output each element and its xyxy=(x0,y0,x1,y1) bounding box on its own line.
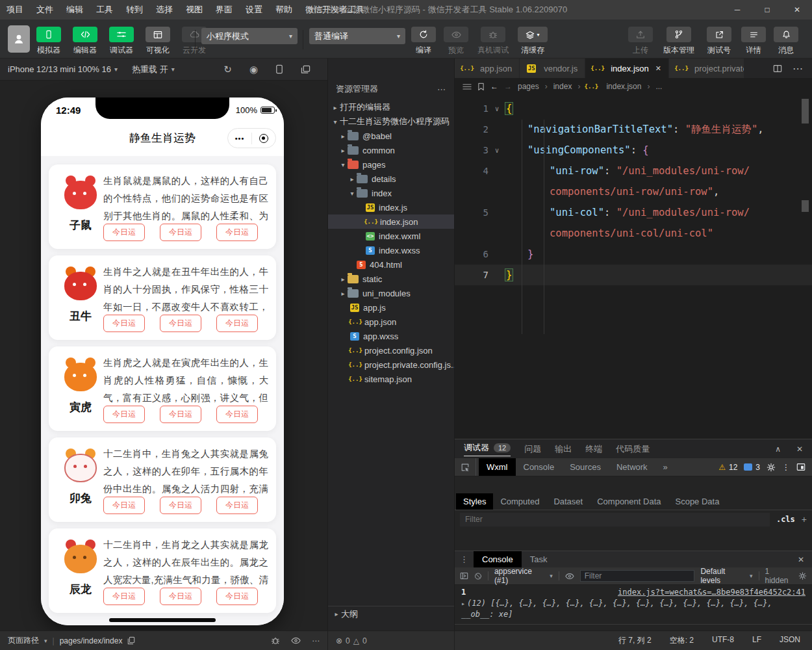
console-log-entry[interactable]: 1 index.js?t=wechat&s=…8be9e83f4e6452c2:… xyxy=(455,585,812,625)
multi-window-icon[interactable] xyxy=(301,65,311,74)
devtools-tab-overflow[interactable]: » xyxy=(655,458,676,476)
live-expression-eye-icon[interactable] xyxy=(565,573,574,580)
today-fortune-button[interactable]: 今日运 xyxy=(216,406,258,423)
devtools-tab-console[interactable]: Console xyxy=(516,458,563,476)
outline-list-icon[interactable] xyxy=(463,83,472,90)
tab-overflow-icon[interactable]: ⋯ xyxy=(793,62,803,75)
tab-code-quality[interactable]: 代码质量 xyxy=(616,443,650,455)
compile-mode-select[interactable]: 普通编译 ▾ xyxy=(309,28,405,44)
open-editors-section[interactable]: ▸ 打开的编辑器 xyxy=(328,100,454,114)
mode-select[interactable]: 小程序模式 ▾ xyxy=(201,28,298,44)
zodiac-card-ox[interactable]: 丑牛 生肖牛之人就是在丑牛年出生的人，牛肖的人十分固执，作风保守，性格三十年如一… xyxy=(49,255,276,340)
log-levels-selector[interactable]: Default levels xyxy=(700,567,744,585)
tab-styles[interactable]: Styles xyxy=(456,493,493,510)
visual-toggle[interactable]: 可视化 xyxy=(142,27,174,56)
cls-toggle[interactable]: .cls xyxy=(776,515,795,524)
file-project-config[interactable]: {..} project.config.json xyxy=(328,343,454,358)
breadcrumb-file[interactable]: index.json xyxy=(606,82,641,91)
file-index-wxss[interactable]: S index.wxss xyxy=(328,243,454,257)
today-fortune-button[interactable]: 今日运 xyxy=(160,588,201,605)
nav-back-icon[interactable]: ← xyxy=(490,82,498,91)
tab-terminal[interactable]: 终端 xyxy=(585,443,602,455)
dock-icon[interactable] xyxy=(796,463,806,471)
user-avatar[interactable] xyxy=(8,25,30,53)
context-selector[interactable]: appservice (#1) xyxy=(494,567,544,585)
fold-icon[interactable]: ∨ xyxy=(488,146,505,155)
outline-section[interactable]: ▸ 大纲 xyxy=(328,606,454,621)
rotate-device-icon[interactable] xyxy=(275,64,283,74)
file-index-js[interactable]: JS index.js xyxy=(328,200,454,214)
tab-index-json[interactable]: {..} index.json ✕ xyxy=(585,58,669,78)
console-menu-icon[interactable]: ⋮ xyxy=(455,551,474,567)
editor-toggle[interactable]: 编辑器 xyxy=(69,27,101,56)
today-fortune-button[interactable]: 今日运 xyxy=(103,588,145,605)
details-button[interactable]: 详情 xyxy=(741,27,767,56)
tab-problems[interactable]: 问题 xyxy=(524,443,541,455)
split-editor-icon[interactable] xyxy=(773,64,782,73)
maximize-button[interactable]: □ xyxy=(752,0,782,20)
add-style-icon[interactable]: + xyxy=(802,514,807,525)
tab-dataset[interactable]: Dataset xyxy=(546,493,590,510)
debugger-toggle[interactable]: 调试器 xyxy=(105,27,138,56)
breadcrumb-index[interactable]: index xyxy=(553,82,572,91)
today-fortune-button[interactable]: 今日运 xyxy=(103,315,145,332)
file-app-json[interactable]: {..} app.json xyxy=(328,315,454,329)
collapse-panel-icon[interactable]: ∧ xyxy=(775,445,781,454)
folder-uni-modules[interactable]: ▸ uni_modules xyxy=(328,286,454,300)
menu-interface[interactable]: 界面 xyxy=(209,0,239,20)
minimize-button[interactable]: ─ xyxy=(722,0,752,20)
devtools-tab-wxml[interactable]: Wxml xyxy=(479,458,516,476)
console-settings-icon[interactable] xyxy=(798,571,807,580)
breadcrumb-pages[interactable]: pages xyxy=(518,82,539,91)
today-fortune-button[interactable]: 今日运 xyxy=(160,224,201,241)
menu-goto[interactable]: 转到 xyxy=(120,0,149,20)
language-mode[interactable]: JSON xyxy=(780,635,800,646)
today-fortune-button[interactable]: 今日运 xyxy=(160,497,201,514)
today-fortune-button[interactable]: 今日运 xyxy=(216,224,258,241)
hot-reload-toggle[interactable]: 热重载 开 xyxy=(132,64,168,75)
tab-vendor-js[interactable]: JS vendor.js xyxy=(520,58,585,78)
today-fortune-button[interactable]: 今日运 xyxy=(216,497,258,514)
breadcrumb-more[interactable]: ... xyxy=(655,82,662,91)
folder-common[interactable]: ▸ common xyxy=(328,143,454,157)
eol[interactable]: LF xyxy=(752,635,761,646)
restart-icon[interactable]: ↻ xyxy=(223,64,232,75)
file-project-private-config[interactable]: {..} project.private.config.js... xyxy=(328,358,454,372)
device-debug-button[interactable]: 真机调试 xyxy=(474,27,512,56)
minimap[interactable] xyxy=(802,99,810,430)
console-filter-input[interactable] xyxy=(580,570,695,582)
close-panel-icon[interactable]: ✕ xyxy=(796,445,803,454)
folder-static[interactable]: ▸ static xyxy=(328,272,454,286)
menu-settings[interactable]: 设置 xyxy=(239,0,269,20)
menu-file[interactable]: 文件 xyxy=(30,0,60,20)
today-fortune-button[interactable]: 今日运 xyxy=(160,406,201,423)
compile-button[interactable]: 编译 xyxy=(409,27,438,56)
file-app-wxss[interactable]: S app.wxss xyxy=(328,329,454,343)
vconsole-bug-icon[interactable] xyxy=(271,636,280,645)
nav-forward-icon[interactable]: → xyxy=(504,82,512,91)
encoding[interactable]: UTF-8 xyxy=(712,635,734,646)
tab-component-data[interactable]: Component Data xyxy=(590,493,668,510)
zodiac-card-rat[interactable]: 子鼠 生肖鼠就是属鼠的人，这样的人有自己的个性特点，他们的运势命运也是有区别于其… xyxy=(49,164,276,249)
zodiac-card-rabbit[interactable]: 卯兔 十二生肖中，生肖兔之人其实就是属兔之人，这样的人在卯年，五行属木的年份中出… xyxy=(49,437,276,522)
folder-pages[interactable]: ▾ pages xyxy=(328,157,454,172)
tab-debugger[interactable]: 调试器 12 xyxy=(464,442,511,456)
info-count[interactable]: 3 xyxy=(755,463,760,472)
file-app-js[interactable]: JS app.js xyxy=(328,300,454,315)
menu-help[interactable]: 帮助 xyxy=(269,0,299,20)
close-console-icon[interactable]: ✕ xyxy=(790,551,812,567)
tab-app-json[interactable]: {..} app.json xyxy=(455,58,520,78)
device-selector[interactable]: iPhone 12/13 mini 100% 16 xyxy=(8,64,111,74)
expand-icon[interactable]: ▸ xyxy=(461,600,465,607)
fold-icon[interactable]: ∨ xyxy=(488,105,505,113)
wxml-tree-area[interactable] xyxy=(455,476,812,493)
tab-console[interactable]: Console xyxy=(474,551,522,567)
today-fortune-button[interactable]: 今日运 xyxy=(160,315,201,332)
version-button[interactable]: 版本管理 xyxy=(660,27,698,56)
file-sitemap-json[interactable]: {..} sitemap.json xyxy=(328,372,454,386)
project-root[interactable]: ▾ 十二生肖运势微信小程序源码 xyxy=(328,114,454,129)
messages-button[interactable]: 消息 xyxy=(773,27,799,56)
exit-button[interactable] xyxy=(252,134,275,143)
menu-project[interactable]: 项目 xyxy=(0,0,30,20)
indentation[interactable]: 空格: 2 xyxy=(670,635,694,646)
